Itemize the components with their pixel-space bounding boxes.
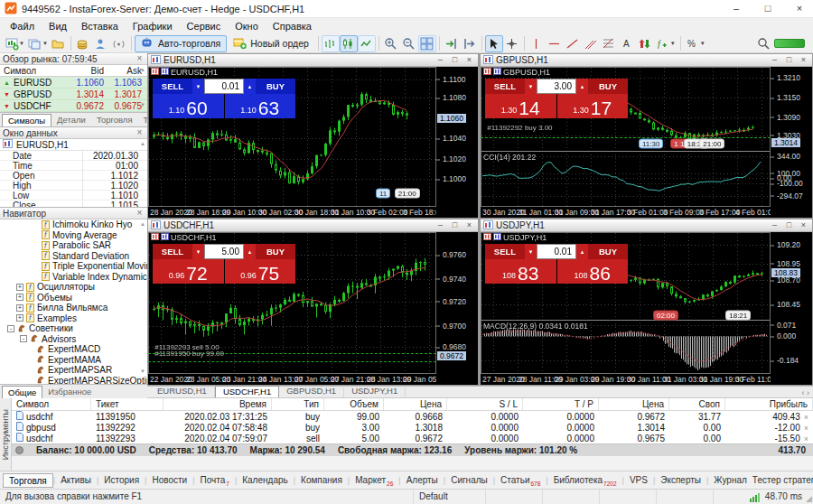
terminal-tab-vps[interactable]: VPS — [624, 473, 653, 488]
navigator-item[interactable]: ExpertMAMA — [0, 355, 147, 366]
chart-tabs-scroll-icons[interactable]: ‹ › — [799, 388, 813, 397]
chart-window-titlebar[interactable]: USDJPY,H1–□× — [481, 219, 812, 232]
strategy-tester-button[interactable]: Тестер стратегий — [752, 475, 813, 485]
zoom-out-icon[interactable] — [400, 35, 418, 52]
menu-item[interactable]: Вид — [42, 18, 74, 34]
market-watch-icon[interactable] — [74, 35, 92, 52]
trade-row[interactable]: gbpusd113922922020.02.04 07:58:48buy3.00… — [12, 422, 813, 433]
terminal-tab-календарь[interactable]: Календарь — [237, 473, 293, 488]
navigator-item[interactable]: ƒParabolic SAR — [0, 240, 147, 251]
connection-status[interactable]: 48.70 ms — [714, 490, 813, 504]
menu-item[interactable]: Вставка — [74, 18, 126, 34]
trade-column-header[interactable]: T / P — [523, 398, 599, 410]
vertical-line-icon[interactable] — [528, 35, 546, 52]
navigator-item[interactable]: -Советники — [0, 323, 147, 334]
horizontal-line-icon[interactable] — [546, 35, 564, 52]
close-trade-icon[interactable]: × — [804, 424, 808, 433]
chart-tab[interactable]: GBPUSD,H1 — [279, 386, 344, 397]
search-icon[interactable] — [754, 35, 772, 52]
navigator-item[interactable]: +ƒБилла Вильямса — [0, 303, 147, 313]
buy-button[interactable]: BUY — [588, 79, 628, 94]
navigator-item[interactable]: ExpertMAPSAR — [0, 365, 147, 376]
sell-price[interactable]: 1.1060 — [153, 94, 224, 118]
buy-button[interactable]: BUY — [256, 79, 295, 94]
tile-windows-icon[interactable] — [418, 35, 436, 52]
navigator-item[interactable]: ƒIchimoku Kinko Hyo — [0, 219, 147, 230]
chart-window-titlebar[interactable]: USDCHF,H1–□× — [148, 219, 478, 232]
navigator-item[interactable]: -Advisors — [0, 334, 147, 345]
terminal-tab-эксперты[interactable]: Эксперты — [655, 473, 706, 488]
trade-column-header[interactable]: Тип — [272, 398, 324, 410]
line-chart-icon[interactable] — [358, 35, 376, 52]
volume-decrease-icon[interactable]: ▼ — [192, 79, 204, 94]
crosshair-icon[interactable] — [503, 35, 521, 52]
chart-close-button[interactable]: × — [463, 54, 475, 66]
navigator-item[interactable]: ƒStandard Deviation — [0, 251, 147, 262]
price-scale[interactable]: 1.32101.31501.30901.3030344.00100.000.00… — [771, 67, 812, 207]
sell-button[interactable]: SELL — [153, 244, 192, 259]
terminal-tab-торговля[interactable]: Торговля — [3, 473, 53, 488]
market-watch-tab[interactable]: Тики — [138, 114, 147, 126]
menu-item[interactable]: Окно — [228, 18, 266, 34]
chart-restore-button[interactable]: □ — [449, 219, 461, 231]
terminal-side-tab[interactable]: Инструменты — [0, 398, 12, 471]
buy-price[interactable]: 1.1063 — [225, 94, 296, 118]
buy-button[interactable]: BUY — [588, 244, 628, 259]
terminal-tab-почта[interactable]: Почта7 — [194, 473, 234, 488]
terminal-tab-статьи[interactable]: Статьи678 — [495, 473, 546, 488]
text-label-icon[interactable]: A — [618, 35, 636, 52]
terminal-tab-сигналы[interactable]: Сигналы — [445, 473, 493, 488]
time-axis[interactable]: 22 Jan 202023 Jan 05:0023 Jan 21:0024 Ja… — [148, 374, 436, 385]
dropdown-caret-icon[interactable]: ▼ — [670, 41, 676, 46]
menu-item[interactable]: Файл — [3, 18, 42, 34]
sell-price[interactable]: 10883 — [485, 259, 556, 284]
close-trade-icon[interactable]: × — [804, 413, 808, 422]
chart-minimize-button[interactable]: – — [435, 54, 446, 66]
chart-window-titlebar[interactable]: EURUSD,H1–□× — [148, 54, 478, 67]
sell-price[interactable]: 1.3014 — [485, 94, 556, 118]
chart-restore-button[interactable]: □ — [449, 54, 461, 66]
expand-icon[interactable]: + — [16, 314, 23, 322]
trade-row[interactable]: usdchf113919502020.02.03 17:31:25buy99.0… — [12, 411, 813, 422]
bar-chart-icon[interactable] — [322, 35, 340, 52]
volume-increase-icon[interactable]: ▲ — [576, 79, 588, 94]
terminal-tab-журнал[interactable]: Журнал — [708, 473, 752, 488]
new-chart-icon[interactable] — [3, 35, 21, 52]
terminal-tab-активы[interactable]: Активы — [55, 473, 97, 488]
volume-input[interactable]: 5.00 — [204, 244, 244, 259]
price-scale[interactable]: 0.97600.97400.97200.97000.96800.9672 — [436, 232, 478, 374]
chart-tab[interactable]: USDCHF,H1 — [215, 386, 279, 397]
profile-selector[interactable]: Default — [414, 490, 486, 504]
close-button[interactable]: × — [786, 0, 813, 17]
chart-tab[interactable]: EURUSD,H1 — [150, 386, 215, 397]
sell-price[interactable]: 0.9672 — [153, 259, 224, 284]
market-watch-tab[interactable]: Торговля — [91, 114, 138, 126]
collapse-icon[interactable]: - — [7, 325, 14, 332]
chart-restore-button[interactable]: □ — [783, 54, 795, 66]
dropdown-caret-icon[interactable]: ▼ — [19, 41, 24, 46]
auto-trading-button[interactable]: Авто-торговля — [135, 35, 227, 52]
chart-shift-icon[interactable] — [461, 35, 479, 52]
trade-column-header[interactable]: Объем — [324, 398, 384, 410]
maximize-button[interactable]: □ — [754, 0, 781, 17]
dropdown-caret-icon[interactable]: ▼ — [700, 41, 706, 46]
sell-button[interactable]: SELL — [485, 244, 525, 259]
sell-button[interactable]: SELL — [153, 79, 192, 94]
trade-column-header[interactable]: Цена — [384, 398, 447, 410]
buy-button[interactable]: BUY — [256, 244, 295, 259]
sell-button[interactable]: SELL — [485, 79, 525, 94]
resize-grip[interactable]: ◢ — [806, 494, 812, 503]
cursor-icon[interactable] — [485, 35, 503, 52]
fibonacci-icon[interactable] — [600, 35, 618, 52]
new-order-button[interactable]: Новый ордер — [227, 35, 315, 52]
terminal-tab-компания[interactable]: Компания — [295, 473, 348, 488]
time-axis[interactable]: 28 Jan 202028 Jan 18:0029 Jan 10:0030 Ja… — [148, 207, 436, 218]
arrows-icon[interactable] — [636, 35, 654, 52]
indicators-icon[interactable]: f — [654, 35, 672, 52]
panel-close-icon[interactable]: × — [135, 53, 145, 64]
price-scale[interactable]: 1.11001.10801.10401.10201.10001.1060 — [436, 67, 478, 207]
navigator-item[interactable]: ƒVariable Index Dynamic A — [0, 272, 147, 283]
collapse-icon[interactable]: - — [20, 335, 27, 342]
chart-tab[interactable]: USDJPY,H1 — [344, 386, 406, 397]
navigator-item[interactable]: ƒMoving Average — [0, 230, 147, 241]
